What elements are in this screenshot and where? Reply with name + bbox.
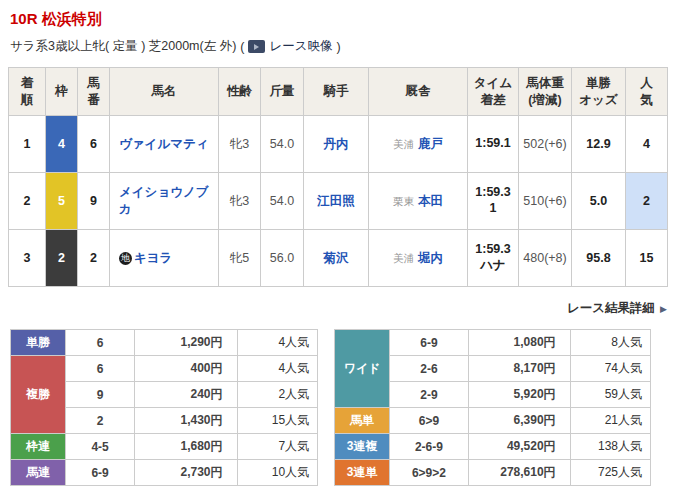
column-header-6: 騎手 — [304, 68, 369, 116]
bet-type-label: 馬連 — [11, 460, 66, 486]
payout-popularity: 74人気 — [570, 356, 650, 382]
column-header-10: 単勝 オッズ — [572, 68, 626, 116]
column-header-0: 着 順 — [9, 68, 46, 116]
payout-amount: 1,290円 — [134, 330, 237, 356]
payout-combination: 2 — [66, 408, 135, 434]
race-result-page: 10R 松浜特別 サラ系3歳以上牝( 定量 ) 芝2000m(左 外) ( レー… — [0, 0, 675, 486]
payout-table-right: ワイド6-91,080円8人気2-68,170円74人気2-95,920円59人… — [334, 329, 651, 486]
payout-combination: 6>9 — [390, 408, 469, 434]
payout-amount: 1,080円 — [468, 330, 570, 356]
finish-time: 1:59.3 — [469, 185, 517, 201]
body-weight: 510(+6) — [519, 173, 572, 230]
payout-amount: 400円 — [134, 356, 237, 382]
popularity: 2 — [626, 173, 668, 230]
jockey-link[interactable]: 丹内 — [324, 137, 349, 151]
payout-amount: 2,730円 — [134, 460, 237, 486]
payout-row: 馬連6-92,730円10人気 — [11, 460, 318, 486]
payout-combination: 6 — [66, 330, 135, 356]
payout-table-left: 単勝61,290円4人気複勝6400円4人気9240円2人気21,430円15人… — [10, 329, 318, 486]
column-header-11: 人 気 — [626, 68, 668, 116]
payout-amount: 49,520円 — [468, 434, 570, 460]
payout-popularity: 725人気 — [570, 460, 650, 486]
payout-popularity: 138人気 — [570, 434, 650, 460]
bet-type-label: 枠連 — [11, 434, 66, 460]
payout-combination: 2-6-9 — [390, 434, 469, 460]
finish-time: 1:59.1 — [469, 136, 517, 152]
stable-area-label: 栗東 — [393, 195, 414, 207]
finish-margin: 1 — [469, 201, 517, 217]
payout-popularity: 10人気 — [237, 460, 318, 486]
payout-popularity: 2人気 — [237, 382, 318, 408]
payout-combination: 4-5 — [66, 434, 135, 460]
payout-popularity: 59人気 — [570, 382, 650, 408]
stable-area-label: 美浦 — [393, 138, 414, 150]
payout-section: 単勝61,290円4人気複勝6400円4人気9240円2人気21,430円15人… — [10, 329, 667, 486]
payout-combination: 2-9 — [390, 382, 469, 408]
payout-popularity: 8人気 — [570, 330, 650, 356]
column-header-3: 馬名 — [110, 68, 219, 116]
column-header-5: 斤量 — [261, 68, 304, 116]
payout-row: 枠連4-51,680円7人気 — [11, 434, 318, 460]
jockey-cell: 菊沢 — [304, 230, 369, 287]
time-margin-cell: 1:59.1 — [468, 116, 519, 173]
jockey-link[interactable]: 江田照 — [317, 194, 355, 208]
sex-age: 牝5 — [219, 230, 261, 287]
race-conditions: サラ系3歳以上牝( 定量 ) 芝2000m(左 外) ( レース映像 ) — [10, 38, 667, 55]
payout-combination: 9 — [66, 382, 135, 408]
finish-position: 2 — [9, 173, 46, 230]
horse-name-link[interactable]: ヴァイルマティ — [119, 137, 209, 151]
result-row: 259メイショウノブカ牝354.0江田照栗東本田1:59.31510(+6)5.… — [9, 173, 668, 230]
time-margin-cell: 1:59.31 — [468, 173, 519, 230]
time-margin-cell: 1:59.3ハナ — [468, 230, 519, 287]
jockey-cell: 丹内 — [304, 116, 369, 173]
bet-type-label: 3連複 — [335, 434, 390, 460]
payout-row: 3連複2-6-949,520円138人気 — [335, 434, 651, 460]
bet-type-label: 複勝 — [11, 356, 66, 434]
race-results-table: 着 順枠馬 番馬名性齢斤量騎手厩舎タイム 着差馬体重 (増減)単勝 オッズ人 気… — [8, 67, 668, 287]
race-title: 10R 松浜特別 — [10, 10, 667, 29]
stable-link[interactable]: 本田 — [418, 194, 443, 208]
jockey-link[interactable]: 菊沢 — [324, 251, 349, 265]
bet-type-label: 単勝 — [11, 330, 66, 356]
payout-combination: 6-9 — [390, 330, 469, 356]
horse-name-link[interactable]: キヨラ — [134, 251, 172, 265]
column-header-7: 厩舎 — [369, 68, 468, 116]
race-video-link[interactable]: レース映像 — [269, 38, 332, 55]
payout-amount: 1,430円 — [134, 408, 237, 434]
finish-time: 1:59.3 — [469, 242, 517, 258]
right-arrow-icon: ▶ — [660, 304, 667, 314]
win-odds: 95.8 — [572, 230, 626, 287]
detail-link-row: レース結果詳細▶ — [8, 298, 667, 317]
stable-link[interactable]: 鹿戸 — [418, 137, 443, 151]
payout-amount: 240円 — [134, 382, 237, 408]
stable-link[interactable]: 堀内 — [418, 251, 443, 265]
win-odds: 12.9 — [572, 116, 626, 173]
body-weight: 502(+6) — [519, 116, 572, 173]
carried-weight: 54.0 — [261, 116, 304, 173]
horse-number: 2 — [78, 230, 110, 287]
play-video-icon[interactable] — [248, 40, 265, 53]
popularity: 4 — [626, 116, 668, 173]
payout-row: ワイド6-91,080円8人気 — [335, 330, 651, 356]
carried-weight: 54.0 — [261, 173, 304, 230]
payout-combination: 6 — [66, 356, 135, 382]
stable-cell: 美浦鹿戸 — [369, 116, 468, 173]
race-result-detail-link[interactable]: レース結果詳細▶ — [567, 301, 667, 315]
payout-amount: 1,680円 — [134, 434, 237, 460]
payout-amount: 6,390円 — [468, 408, 570, 434]
popularity: 15 — [626, 230, 668, 287]
payout-combination: 6>9>2 — [390, 460, 469, 486]
results-header-row: 着 順枠馬 番馬名性齢斤量騎手厩舎タイム 着差馬体重 (増減)単勝 オッズ人 気 — [9, 68, 668, 116]
result-row: 146ヴァイルマティ牝354.0丹内美浦鹿戸1:59.1502(+6)12.94 — [9, 116, 668, 173]
waku-number: 4 — [46, 116, 78, 173]
horse-name-link[interactable]: メイショウノブカ — [119, 185, 209, 216]
column-header-4: 性齢 — [219, 68, 261, 116]
payout-row: 3連単6>9>2278,610円725人気 — [335, 460, 651, 486]
payout-row: 馬単6>96,390円21人気 — [335, 408, 651, 434]
stable-cell: 栗東本田 — [369, 173, 468, 230]
paren-open: ( — [240, 40, 244, 54]
payout-popularity: 15人気 — [237, 408, 318, 434]
result-row: 322地キヨラ牝556.0菊沢美浦堀内1:59.3ハナ480(+8)95.815 — [9, 230, 668, 287]
payout-popularity: 7人気 — [237, 434, 318, 460]
horse-name-cell: 地キヨラ — [110, 230, 219, 287]
